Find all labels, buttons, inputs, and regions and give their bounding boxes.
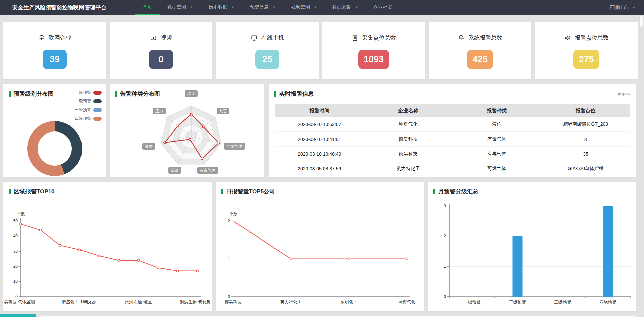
svg-text:1: 1 xyxy=(228,257,230,261)
nav-item-data-monitor[interactable]: 数据监测▼ xyxy=(160,0,201,15)
stat-label: 在线主机 xyxy=(261,34,284,42)
panel-title: 月预警分级汇总 xyxy=(433,188,478,195)
pie-legend: 一级预警二级预警三级预警四级预警 xyxy=(75,90,102,121)
legend-item[interactable]: 一级预警 xyxy=(75,90,102,95)
donut-hole xyxy=(38,131,72,166)
table-cell: 坤辉气化 xyxy=(364,117,453,132)
table-cell: 德昊科技 xyxy=(364,132,453,147)
legend-marker xyxy=(93,91,102,95)
panel-title-text: 区域报警TOP10 xyxy=(14,188,55,195)
svg-text:德昊科技: 德昊科技 xyxy=(225,300,242,304)
legend-item[interactable]: 三级预警 xyxy=(75,107,102,113)
table-cell: 液位 xyxy=(452,117,541,132)
table-row: 2020-03-10 10:40:40德昊科技有毒气体35 xyxy=(275,147,630,161)
svg-text:20: 20 xyxy=(13,264,18,269)
speaker-icon xyxy=(564,34,571,41)
realtime-alarm-table: 报警时间企业名称报警种类报警点位 2020-03-10 10:53:07坤辉气化… xyxy=(275,104,630,176)
panel-title-text: 预警级别分布图 xyxy=(14,90,54,98)
panel-title: 日报警量TOP5公司 xyxy=(221,188,275,195)
bottom-strip-accent xyxy=(0,314,36,317)
region-label: 石嘴山市 xyxy=(609,5,628,11)
legend-label: 三级预警 xyxy=(75,107,91,113)
title-accent-bar xyxy=(433,189,435,194)
title-accent-bar xyxy=(9,189,11,194)
monthly-summary-bar-chart: 0123一级预警二级预警三级预警四级预警 xyxy=(428,182,636,311)
stat-value-badge: 0 xyxy=(149,50,173,69)
top-nav: 安全生产风险预警防控物联网管理平台 首页数据监测▼历史数据▼预警信息▼视频监测▼… xyxy=(0,0,644,15)
svg-text:3: 3 xyxy=(444,204,446,208)
legend-item[interactable]: 二级预警 xyxy=(75,98,102,104)
region-top10-panel: 区域报警TOP10 01020304050个数昊科技-气体监测鹏盛化工-1#电石… xyxy=(3,182,212,311)
monthly-summary-panel: 月预警分级汇总 0123一级预警二级预警三级预警四级预警 xyxy=(428,182,636,311)
stat-label: 视频 xyxy=(161,34,172,42)
region-selector[interactable]: 石嘴山市 ▼ xyxy=(609,0,635,15)
panel-title: 实时报警信息 xyxy=(274,90,314,98)
svg-text:鹏盛化工-1#电石炉: 鹏盛化工-1#电石炉 xyxy=(62,300,98,304)
legend-item[interactable]: 四级预警 xyxy=(75,116,102,121)
nav-item-label: 预警信息 xyxy=(250,0,269,14)
svg-text:三级预警: 三级预警 xyxy=(554,300,572,304)
realtime-alarm-panel: 实时报警信息 更多>> 报警时间企业名称报警种类报警点位 2020-03-10 … xyxy=(269,84,636,177)
chevron-down-icon: ▼ xyxy=(314,0,317,15)
table-cell: 有毒气体 xyxy=(452,147,541,161)
warning-level-donut-chart xyxy=(27,121,82,176)
more-link[interactable]: 更多>> xyxy=(617,92,630,97)
main-menu: 首页数据监测▼历史数据▼预警信息▼视频监测▼数据采集▼企业档案 xyxy=(135,0,400,15)
table-cell: 35 xyxy=(541,147,630,161)
scrollbar-thumb[interactable] xyxy=(639,16,643,27)
table-header-cell: 企业名称 xyxy=(364,104,453,117)
panel-title: 告警种类分布图 xyxy=(115,90,160,98)
chevron-down-icon: ▼ xyxy=(231,0,234,15)
svg-text:0: 0 xyxy=(228,294,230,299)
nav-item-warning-info[interactable]: 预警信息▼ xyxy=(242,0,283,15)
panel-title: 区域报警TOP10 xyxy=(9,188,55,195)
chevron-down-icon: ▼ xyxy=(273,0,276,15)
nav-item-video-monitor[interactable]: 视频监测▼ xyxy=(283,0,325,15)
svg-text:10: 10 xyxy=(13,279,18,284)
bottom-strip-panel xyxy=(40,315,637,317)
nav-item-home[interactable]: 首页 xyxy=(135,0,160,15)
svg-text:永润石油-罐区: 永润石油-罐区 xyxy=(125,300,152,304)
title-accent-bar xyxy=(9,91,11,97)
svg-text:一级预警: 一级预警 xyxy=(464,300,481,304)
table-row: 2020-03-10 10:41:01德昊科技有毒气体3 xyxy=(275,132,630,147)
panel-title-text: 月预警分级汇总 xyxy=(438,188,478,195)
svg-text:个数: 个数 xyxy=(17,212,25,216)
panel-title-text: 实时报警信息 xyxy=(279,90,314,98)
chevron-down-icon: ▼ xyxy=(190,0,193,15)
svg-text:40: 40 xyxy=(13,234,18,239)
region-top10-line-chart: 01020304050个数昊科技-气体监测鹏盛化工-1#电石炉永润石油-罐区荆洪… xyxy=(3,182,212,311)
stat-label: 采集点位总数 xyxy=(362,34,396,42)
table-cell: 英力特化工 xyxy=(364,161,453,176)
nav-item-data-collect[interactable]: 数据采集▼ xyxy=(325,0,366,15)
stat-card: 系统报警总数425 xyxy=(429,22,531,79)
nav-item-history-data[interactable]: 历史数据▼ xyxy=(201,0,242,15)
legend-marker xyxy=(93,108,102,112)
alarm-type-panel: 告警种类分布图 温度其它可燃气体有毒气体流量液位压力 xyxy=(110,84,264,177)
daily-top5-panel: 日报警量TOP5公司 012个数德昊科技英力特化工东明化工坤辉气化 xyxy=(216,182,424,311)
app-title: 安全生产风险预警防控物联网管理平台 xyxy=(12,0,107,15)
svg-text:0: 0 xyxy=(444,294,446,299)
svg-text:1: 1 xyxy=(444,264,446,269)
legend-label: 四级预警 xyxy=(75,116,91,121)
table-row: 2020-03-10 10:53:07坤辉气化液位精醇南罐液位GT_203 xyxy=(275,117,630,132)
table-cell: 2020-03-10 10:40:40 xyxy=(275,147,364,161)
stat-card: 视频0 xyxy=(110,22,212,79)
table-cell: 2020-03-10 10:41:01 xyxy=(275,132,364,147)
daily-top5-line-chart: 012个数德昊科技英力特化工东明化工坤辉气化 xyxy=(216,182,424,311)
nav-item-enterprise-archive[interactable]: 企业档案 xyxy=(366,0,400,15)
svg-text:0: 0 xyxy=(15,294,18,299)
stat-value-badge: 275 xyxy=(573,50,599,69)
monitor-icon xyxy=(251,34,258,41)
stat-card: 报警点位总数275 xyxy=(535,22,638,79)
table-header-cell: 报警时间 xyxy=(275,104,364,117)
svg-text:英力特化工: 英力特化工 xyxy=(280,300,302,304)
table-cell: 3 xyxy=(541,132,630,147)
table-cell: 2020-03-05 08:37:59 xyxy=(275,161,364,176)
svg-text:东明化工: 东明化工 xyxy=(340,300,357,304)
panel-title-text: 告警种类分布图 xyxy=(120,90,160,98)
panel-title: 预警级别分布图 xyxy=(9,90,54,98)
nav-item-label: 企业档案 xyxy=(374,0,392,14)
warning-level-panel: 预警级别分布图 一级预警二级预警三级预警四级预警 xyxy=(3,84,106,177)
legend-marker xyxy=(93,117,102,121)
